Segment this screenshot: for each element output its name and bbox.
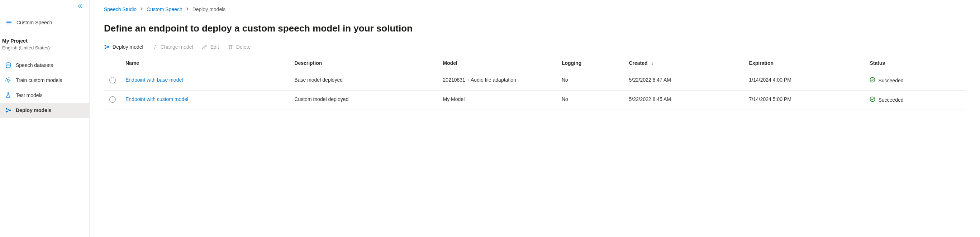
success-icon [870, 96, 875, 103]
breadcrumb-link-speech-studio[interactable]: Speech Studio [104, 6, 137, 12]
svg-point-8 [105, 45, 106, 46]
sidebar-item-label: Train custom models [16, 77, 62, 83]
project-header: My Project English (United States) [0, 36, 89, 58]
deploy-icon [104, 44, 110, 50]
svg-point-6 [6, 111, 7, 112]
swap-icon [152, 44, 158, 50]
breadcrumb: Speech Studio Custom Speech Deploy model… [104, 6, 966, 12]
column-logging[interactable]: Logging [557, 55, 625, 71]
cell-status: Succeeded [865, 71, 966, 90]
change-model-button: Change model [152, 44, 193, 50]
sidebar-item-speech-datasets[interactable]: Speech datasets [0, 58, 89, 73]
endpoint-link[interactable]: Endpoint with custom model [126, 96, 188, 102]
cell-description: Base model deployed [290, 71, 438, 90]
toolbar-label: Edit [210, 44, 219, 50]
cell-created: 5/22/2022 8:47 AM [624, 71, 745, 90]
gear-icon [5, 77, 11, 84]
delete-button: Delete [228, 44, 251, 50]
column-model[interactable]: Model [439, 55, 557, 71]
toolbar-label: Deploy model [113, 44, 143, 50]
endpoint-link[interactable]: Endpoint with base model [126, 77, 183, 83]
main-content: Speech Studio Custom Speech Deploy model… [90, 0, 980, 237]
breadcrumb-link-custom-speech[interactable]: Custom Speech [146, 6, 183, 12]
toolbar-label: Change model [161, 44, 193, 50]
row-radio[interactable] [109, 77, 116, 84]
collapse-sidebar-button[interactable] [0, 3, 89, 9]
toolbar: Deploy model Change model Edit [104, 44, 966, 55]
success-icon [870, 77, 875, 84]
deploy-icon [5, 107, 11, 114]
cell-created: 5/22/2022 8:45 AM [624, 90, 745, 110]
pencil-icon [202, 44, 208, 50]
chevron-right-icon [140, 7, 143, 11]
cell-model: 20210831 + Audio file adaptation [439, 71, 557, 90]
edit-button: Edit [202, 44, 219, 50]
project-language: English (United States) [2, 45, 87, 51]
sidebar-item-label: Test models [16, 92, 43, 98]
sidebar-home-label: Custom Speech [16, 20, 52, 25]
column-description[interactable]: Description [290, 55, 438, 71]
project-name: My Project [2, 38, 87, 44]
svg-point-5 [6, 109, 7, 109]
svg-point-3 [6, 63, 10, 64]
database-icon [5, 62, 11, 68]
row-radio[interactable] [109, 96, 116, 103]
chevron-double-left-icon [78, 3, 83, 9]
table-row[interactable]: Endpoint with base model Base model depl… [104, 71, 966, 90]
breadcrumb-current: Deploy models [192, 6, 226, 12]
column-created[interactable]: Created ↓ [624, 55, 745, 71]
cell-expiration: 1/14/2024 4:00 PM [745, 71, 865, 90]
toolbar-label: Delete [236, 44, 251, 50]
sidebar-item-deploy-models[interactable]: Deploy models [0, 103, 89, 118]
column-name[interactable]: Name [121, 55, 290, 71]
column-expiration[interactable]: Expiration [745, 55, 865, 71]
sidebar-item-label: Deploy models [16, 107, 52, 113]
endpoints-table: Name Description Model Logging Created ↓… [104, 55, 966, 110]
chevron-right-icon [186, 7, 189, 11]
table-row[interactable]: Endpoint with custom model Custom model … [104, 90, 966, 110]
sort-descending-icon: ↓ [651, 60, 654, 66]
svg-point-7 [10, 110, 11, 111]
sidebar-item-train-models[interactable]: Train custom models [0, 73, 89, 88]
page-title: Define an endpoint to deploy a custom sp… [104, 23, 966, 34]
cell-logging: No [557, 71, 625, 90]
cell-status: Succeeded [865, 90, 966, 110]
cell-expiration: 7/14/2024 5:00 PM [745, 90, 865, 110]
list-icon [6, 19, 12, 26]
sidebar-home-link[interactable]: Custom Speech [0, 16, 89, 29]
sidebar: Custom Speech My Project English (United… [0, 0, 90, 237]
sidebar-item-test-models[interactable]: Test models [0, 88, 89, 103]
cell-description: Custom model deployed [290, 90, 438, 110]
cell-logging: No [557, 90, 625, 110]
trash-icon [228, 44, 233, 50]
flask-icon [5, 92, 11, 98]
column-select [104, 55, 121, 71]
svg-point-4 [7, 79, 9, 81]
svg-point-9 [105, 47, 106, 49]
svg-point-10 [108, 47, 109, 47]
cell-model: My Model [439, 90, 557, 110]
deploy-model-button[interactable]: Deploy model [104, 44, 143, 50]
sidebar-item-label: Speech datasets [16, 62, 53, 68]
column-status[interactable]: Status [865, 55, 966, 71]
